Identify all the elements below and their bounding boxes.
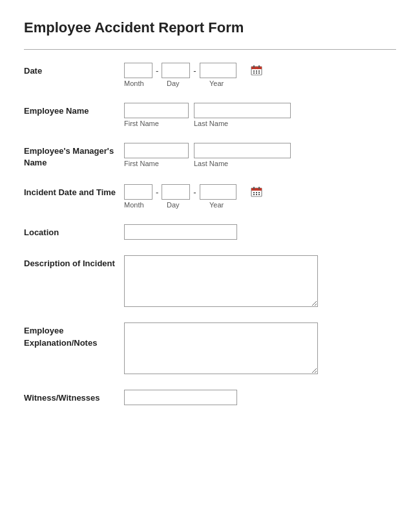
employee-last-name-group: Last Name [194, 103, 291, 127]
description-controls [124, 255, 396, 307]
explanation-label: Employee Explanation/Notes [24, 322, 124, 348]
date-sub-labels: Month Day Year [124, 79, 246, 87]
incident-calendar-icon[interactable] [250, 185, 263, 198]
description-row: Description of Incident [24, 255, 396, 307]
incident-month-label: Month [124, 201, 152, 209]
date-year-input[interactable] [200, 63, 236, 78]
manager-name-row: Employee's Manager's Name First Name Las… [24, 143, 396, 169]
incident-date-calendar-row: - - Month Day Year [124, 184, 396, 209]
incident-date-input-row: - - [124, 184, 246, 200]
incident-year-label: Year [209, 201, 246, 209]
svg-rect-3 [258, 65, 260, 68]
svg-rect-12 [253, 187, 255, 189]
incident-date-label: Incident Date and Time [24, 184, 124, 198]
employee-first-name-label: First Name [124, 120, 189, 127]
witness-input[interactable] [124, 390, 237, 405]
date-calendar-row: - - Month Day Year [124, 63, 396, 87]
location-input[interactable] [124, 224, 237, 240]
date-row: Date - - Month Day Ye [24, 63, 396, 87]
manager-name-label: Employee's Manager's Name [24, 143, 124, 169]
incident-date-sub-labels: Month Day Year [124, 201, 246, 209]
svg-rect-6 [258, 70, 260, 72]
description-textarea[interactable] [124, 255, 318, 307]
date-controls: - - Month Day Year [124, 63, 396, 87]
date-day-input[interactable] [162, 63, 190, 78]
date-input-row: - - [124, 63, 246, 78]
incident-sep-1: - [156, 187, 158, 197]
location-controls [124, 224, 396, 240]
manager-name-inputs: First Name Last Name [124, 143, 396, 167]
svg-rect-16 [258, 192, 260, 193]
svg-rect-11 [251, 188, 262, 191]
explanation-controls [124, 322, 396, 374]
manager-first-name-input[interactable] [124, 143, 189, 158]
date-label: Date [24, 63, 124, 77]
employee-first-name-group: First Name [124, 103, 189, 127]
date-sep-2: - [193, 66, 196, 76]
manager-last-name-label: Last Name [194, 160, 291, 167]
employee-name-label: Employee Name [24, 103, 124, 117]
date-day-label: Day [167, 79, 195, 87]
svg-rect-17 [253, 194, 255, 195]
svg-rect-13 [258, 187, 260, 189]
manager-last-name-group: Last Name [194, 143, 291, 167]
svg-rect-9 [258, 72, 260, 74]
svg-rect-18 [256, 194, 257, 195]
manager-last-name-input[interactable] [194, 143, 291, 158]
explanation-row: Employee Explanation/Notes [24, 322, 396, 374]
svg-rect-7 [253, 72, 255, 74]
svg-rect-1 [251, 67, 262, 69]
employee-last-name-label: Last Name [194, 120, 291, 127]
witness-label: Witness/Witnesses [24, 390, 124, 404]
divider [24, 49, 396, 50]
employee-name-inputs: First Name Last Name [124, 103, 396, 127]
employee-name-row: Employee Name First Name Last Name [24, 103, 396, 127]
location-row: Location [24, 224, 396, 240]
page-container: Employee Accident Report Form Date - - M… [0, 0, 420, 440]
date-sep-1: - [156, 66, 158, 76]
manager-first-name-label: First Name [124, 160, 189, 167]
manager-name-controls: First Name Last Name [124, 143, 396, 167]
employee-name-controls: First Name Last Name [124, 103, 396, 127]
incident-day-input[interactable] [162, 184, 190, 200]
svg-rect-2 [253, 65, 255, 68]
date-calendar-icon[interactable] [250, 64, 263, 77]
location-label: Location [24, 224, 124, 238]
explanation-textarea[interactable] [124, 322, 318, 374]
svg-rect-4 [253, 70, 255, 72]
date-month-input[interactable] [124, 63, 152, 78]
date-year-label: Year [209, 79, 246, 87]
date-inputs-group: - - Month Day Year [124, 63, 246, 87]
employee-last-name-input[interactable] [194, 103, 291, 118]
witness-row: Witness/Witnesses [24, 390, 396, 405]
employee-first-name-input[interactable] [124, 103, 189, 118]
svg-rect-19 [258, 194, 260, 195]
incident-sep-2: - [193, 187, 196, 197]
date-month-label: Month [124, 79, 152, 87]
incident-date-controls: - - Month Day Year [124, 184, 396, 209]
svg-rect-8 [256, 72, 257, 74]
incident-date-row: Incident Date and Time - - Month Day [24, 184, 396, 209]
page-title: Employee Accident Report Form [24, 19, 396, 36]
incident-day-label: Day [167, 201, 195, 209]
manager-first-name-group: First Name [124, 143, 189, 167]
incident-date-inputs-group: - - Month Day Year [124, 184, 246, 209]
svg-rect-14 [253, 192, 255, 193]
svg-rect-5 [256, 70, 257, 72]
description-label: Description of Incident [24, 255, 124, 269]
incident-year-input[interactable] [200, 184, 236, 200]
witness-controls [124, 390, 396, 405]
incident-month-input[interactable] [124, 184, 152, 200]
svg-rect-15 [256, 192, 257, 193]
